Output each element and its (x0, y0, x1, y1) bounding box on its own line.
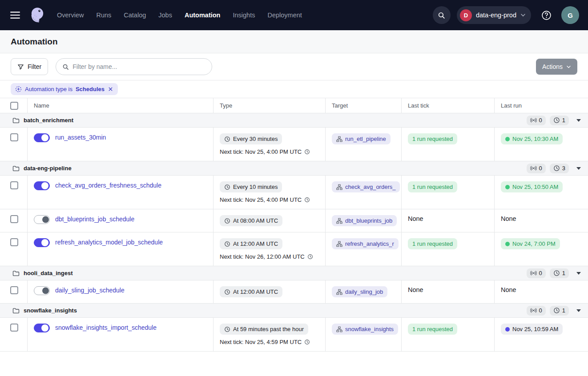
collapse-caret-icon[interactable] (576, 119, 581, 122)
search-icon (438, 12, 445, 19)
schedule-count: 3 (562, 165, 565, 172)
row-checkbox[interactable] (10, 286, 18, 294)
sensor-count: 0 (539, 307, 542, 314)
group-name: data-eng-pipeline (24, 165, 72, 172)
group-row-snowflake-insights[interactable]: snowflake_insights 0 1 (0, 304, 588, 318)
last-run-link[interactable]: Nov 24, 7:00 PM (501, 238, 560, 249)
clock-icon (304, 197, 310, 203)
clock-icon (224, 241, 230, 247)
target-link[interactable]: snowflake_insights (332, 324, 398, 335)
automation-table: Name Type Target Last tick Last run batc… (0, 98, 588, 352)
last-run-status: None (501, 286, 516, 293)
row-checkbox[interactable] (10, 238, 18, 246)
nav-item-overview[interactable]: Overview (57, 12, 84, 19)
workspace-switcher[interactable]: D data-eng-prod (457, 6, 531, 24)
schedule-name-link[interactable]: run_assets_30min (55, 134, 106, 141)
target-link[interactable]: daily_sling_job (332, 286, 387, 297)
dagster-logo[interactable] (28, 5, 47, 25)
nav-item-automation[interactable]: Automation (185, 12, 221, 19)
schedule-count-badge[interactable]: 1 (550, 116, 569, 125)
table-row-check-avg-orders: check_avg_orders_freshness_schdule Every… (0, 176, 588, 209)
hamburger-menu-icon[interactable] (9, 9, 21, 21)
schedule-count-badge[interactable]: 1 (550, 306, 569, 316)
user-avatar[interactable]: G (561, 6, 579, 24)
filter-button[interactable]: Filter (11, 58, 48, 75)
help-button[interactable] (537, 6, 555, 24)
collapse-caret-icon[interactable] (576, 309, 581, 312)
nav-item-insights[interactable]: Insights (233, 12, 255, 19)
schedule-count-badge[interactable]: 1 (550, 268, 569, 278)
row-checkbox[interactable] (10, 133, 18, 141)
schedule-name-link[interactable]: daily_sling_job_schedule (55, 287, 125, 294)
nav-item-deployment[interactable]: Deployment (267, 12, 302, 19)
schedule-toggle[interactable] (34, 133, 50, 142)
nav-item-jobs[interactable]: Jobs (158, 12, 172, 19)
table-row-refresh-analytics: refresh_analytics_model_job_schedule At … (0, 232, 588, 266)
last-tick-status: 1 run requested (408, 133, 457, 144)
close-icon[interactable] (108, 86, 113, 92)
column-header-last-tick: Last tick (402, 98, 495, 113)
schedule-toggle[interactable] (34, 324, 50, 332)
group-row-hooli-data-ingest[interactable]: hooli_data_ingest 0 1 (0, 266, 588, 280)
schedule-name-link[interactable]: refresh_analytics_model_job_schedule (55, 239, 163, 246)
schedule-toggle[interactable] (34, 238, 50, 247)
schedule-type-pill: Every 30 minutes (220, 133, 282, 144)
name-filter-input[interactable] (72, 63, 205, 70)
schedule-toggle[interactable] (34, 181, 50, 190)
row-checkbox[interactable] (10, 324, 18, 332)
select-all-checkbox[interactable] (10, 102, 18, 110)
sensor-count-badge[interactable]: 0 (527, 164, 546, 173)
sensor-count-badge[interactable]: 0 (527, 306, 546, 316)
last-run-link[interactable]: Nov 25, 10:59 AM (501, 324, 563, 335)
schedule-toggle[interactable] (34, 286, 50, 295)
schedule-count: 1 (562, 307, 565, 314)
schedule-cadence: At 59 minutes past the hour (233, 326, 304, 332)
schedule-count: 1 (562, 270, 565, 276)
run-status-dot (505, 137, 510, 141)
group-row-data-eng-pipeline[interactable]: data-eng-pipeline 0 3 (0, 161, 588, 176)
schedule-type-pill: At 12:00 AM UTC (220, 286, 282, 297)
actions-button-label: Actions (542, 63, 563, 70)
schedule-cadence: Every 10 minutes (233, 184, 278, 190)
last-run-link[interactable]: Nov 25, 10:50 AM (501, 181, 563, 192)
sensor-count-badge[interactable]: 0 (527, 116, 546, 125)
row-checkbox[interactable] (10, 181, 18, 189)
actions-button[interactable]: Actions (536, 59, 577, 75)
nav-item-runs[interactable]: Runs (96, 12, 111, 19)
target-link[interactable]: dbt_blueprints_job (332, 215, 397, 226)
schedule-count-badge[interactable]: 3 (550, 164, 569, 173)
column-header-name: Name (28, 98, 213, 113)
chevron-down-icon (520, 13, 526, 17)
job-target-icon (336, 184, 342, 190)
filter-chip-value: Schedules (76, 86, 105, 92)
folder-icon (12, 307, 20, 314)
chevron-down-icon (566, 65, 571, 68)
table-row-daily-sling: daily_sling_job_schedule At 12:00 AM UTC… (0, 280, 588, 304)
schedule-name-link[interactable]: snowflake_insights_import_schedule (55, 324, 157, 331)
sensor-icon (530, 165, 537, 172)
sensor-count-badge[interactable]: 0 (527, 268, 546, 278)
last-run-status: None (501, 215, 516, 222)
search-button[interactable] (433, 6, 451, 24)
last-tick-status: None (408, 215, 423, 222)
nav-item-catalog[interactable]: Catalog (124, 12, 146, 19)
filter-funnel-icon (17, 64, 24, 70)
table-row-dbt-blueprints: dbt_blueprints_job_schedule At 08:00 AM … (0, 209, 588, 232)
sensor-icon (530, 270, 537, 276)
target-link[interactable]: refresh_analytics_r (332, 238, 399, 249)
target-link[interactable]: check_avg_orders_ (332, 181, 400, 192)
schedule-name-link[interactable]: dbt_blueprints_job_schedule (55, 216, 134, 223)
schedule-toggle[interactable] (34, 215, 50, 224)
collapse-caret-icon[interactable] (576, 167, 581, 170)
schedule-name-link[interactable]: check_avg_orders_freshness_schdule (55, 182, 161, 189)
row-checkbox[interactable] (10, 215, 18, 223)
target-link[interactable]: run_etl_pipeline (332, 133, 391, 144)
collapse-caret-icon[interactable] (576, 272, 581, 275)
workspace-name: data-eng-prod (476, 12, 516, 19)
clock-icon (553, 307, 560, 314)
run-status-dot (505, 185, 510, 189)
group-row-batch-enrichment[interactable]: batch_enrichment 0 1 (0, 113, 588, 128)
run-status-dot (505, 242, 510, 246)
last-run-link[interactable]: Nov 25, 10:30 AM (501, 133, 563, 144)
automation-type-filter-chip[interactable]: Automation type is Schedules (11, 83, 118, 95)
